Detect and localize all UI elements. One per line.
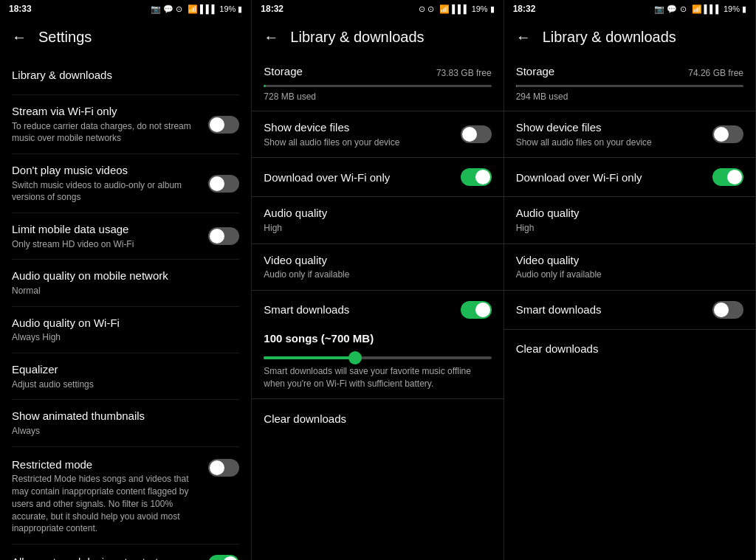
signal-icon-2: ▌▌▌ [452, 4, 469, 13]
toggle-music-videos[interactable] [208, 175, 239, 193]
page-title-3: Library & downloads [543, 29, 676, 46]
storage-free-2: 74.26 GB free [688, 68, 743, 78]
slider-thumb[interactable] [348, 351, 362, 364]
battery-2: 19% [472, 4, 488, 13]
library-list-2: Storage 74.26 GB free 294 MB used Show d… [504, 56, 755, 560]
storage-free-1: 73.83 GB free [436, 68, 492, 78]
toggle-download-wifi-2[interactable] [712, 168, 743, 186]
status-bar-1: 18:33 📷 💬 ⊙ 📶 ▌▌▌ 19%▮ [0, 0, 251, 18]
title-audio-quality-2: Audio quality [516, 206, 738, 221]
item-title-equalizer: Equalizer [12, 362, 233, 377]
status-icons-3: 📷 💬 ⊙ 📶 ▌▌▌ 19%▮ [654, 4, 746, 14]
clear-downloads-button-2[interactable]: Clear downloads [504, 330, 755, 368]
list-item-smart-downloads-1[interactable]: Smart downloads [252, 291, 503, 329]
settings-list: Library & downloads Stream via Wi-Fi onl… [0, 56, 251, 560]
item-sub-audio-wifi: Always High [12, 331, 233, 344]
title-smart-downloads-1: Smart downloads [264, 303, 454, 317]
title-download-wifi-2: Download over Wi-Fi only [516, 170, 707, 185]
panel-library-downloads-2: 18:32 📷 💬 ⊙ 📶 ▌▌▌ 19%▮ ← Library & downl… [504, 0, 756, 560]
toggle-limit-data[interactable] [208, 227, 239, 245]
list-item-audio-quality-2[interactable]: Audio quality High [504, 197, 755, 243]
status-time-1: 18:33 [9, 4, 32, 14]
title-download-wifi: Download over Wi-Fi only [264, 170, 454, 185]
toggle-smart-downloads-2[interactable] [712, 301, 743, 319]
list-item-smart-downloads-2[interactable]: Smart downloads [504, 291, 755, 329]
toggle-stream-wifi[interactable] [208, 116, 239, 134]
sidebar-item-audio-wifi[interactable]: Audio quality on Wi-Fi Always High [0, 307, 251, 353]
item-sub-thumbnails: Always [12, 425, 233, 438]
back-button-2[interactable]: ← [264, 29, 278, 46]
status-time-2: 18:32 [261, 4, 284, 14]
toggle-show-device-2[interactable] [712, 125, 743, 143]
list-item-audio-quality[interactable]: Audio quality High [252, 197, 503, 243]
library-list-1: Storage 73.83 GB free 728 MB used Show d… [252, 56, 503, 560]
storage-used-1: 728 MB used [264, 91, 316, 102]
list-item-show-device-2[interactable]: Show device files Show all audio files o… [504, 111, 755, 157]
toggle-smart-downloads-1[interactable] [461, 301, 492, 319]
item-title-library: Library & downloads [12, 68, 233, 83]
item-title-stream: Stream via Wi-Fi only [12, 104, 202, 119]
title-video-quality: Video quality [264, 253, 485, 268]
title-clear-downloads-2: Clear downloads [516, 342, 738, 356]
sidebar-item-library[interactable]: Library & downloads [0, 56, 251, 94]
storage-used-2: 294 MB used [516, 91, 568, 102]
notification-icons-3: 📷 💬 ⊙ [654, 4, 686, 14]
header-1: ← Settings [0, 18, 251, 56]
panel-library-downloads-1: 18:32 ⊙ ⊙ 📶 ▌▌▌ 19%▮ ← Library & downloa… [252, 0, 504, 560]
toggle-external[interactable] [208, 555, 239, 560]
status-bar-3: 18:32 📷 💬 ⊙ 📶 ▌▌▌ 19%▮ [504, 0, 755, 18]
sub-audio-quality-2: High [516, 222, 738, 235]
slider-fill [264, 356, 354, 359]
battery-1: 19% [219, 4, 236, 13]
title-show-device: Show device files [264, 120, 454, 135]
sidebar-item-restricted[interactable]: Restricted mode Restricted Mode hides so… [0, 447, 251, 544]
toggle-show-device[interactable] [461, 125, 492, 143]
item-title-thumbnails: Show animated thumbnails [12, 409, 233, 424]
wifi-icon-1: 📶 [188, 4, 198, 14]
back-button-3[interactable]: ← [516, 29, 531, 46]
sidebar-item-limit-data[interactable]: Limit mobile data usage Only stream HD v… [0, 213, 251, 259]
storage-bar-bg-2 [516, 85, 743, 87]
header-2: ← Library & downloads [252, 18, 503, 56]
sub-audio-quality: High [264, 222, 485, 235]
notification-icons-2: ⊙ ⊙ [419, 4, 434, 14]
header-3: ← Library & downloads [504, 18, 755, 56]
list-item-video-quality-2[interactable]: Video quality Audio only if available [504, 244, 755, 290]
list-item-video-quality[interactable]: Video quality Audio only if available [252, 244, 503, 290]
title-video-quality-2: Video quality [516, 253, 738, 268]
storage-bar-fill-2 [516, 85, 518, 87]
sidebar-item-audio-mobile[interactable]: Audio quality on mobile network Normal [0, 260, 251, 305]
list-item-download-wifi-2[interactable]: Download over Wi-Fi only [504, 158, 755, 196]
signal-icon-3: ▌▌▌ [704, 4, 721, 13]
status-icons-2: ⊙ ⊙ 📶 ▌▌▌ 19%▮ [419, 4, 494, 14]
sidebar-item-stream-wifi[interactable]: Stream via Wi-Fi only To reduce carrier … [0, 95, 251, 153]
storage-bar-bg-1 [264, 85, 491, 87]
panel-settings: 18:33 📷 💬 ⊙ 📶 ▌▌▌ 19%▮ ← Settings Librar… [0, 0, 252, 560]
slider-track[interactable] [264, 356, 491, 359]
item-sub-equalizer: Adjust audio settings [12, 378, 233, 391]
storage-section-2: Storage 74.26 GB free 294 MB used [504, 56, 755, 111]
title-audio-quality: Audio quality [264, 206, 485, 221]
title-show-device-2: Show device files [516, 120, 707, 135]
storage-section-1: Storage 73.83 GB free 728 MB used [252, 56, 503, 111]
back-button-1[interactable]: ← [12, 29, 27, 46]
toggle-download-wifi[interactable] [461, 168, 492, 186]
slider-label: 100 songs (~700 MB) [264, 332, 491, 345]
title-clear-downloads-1: Clear downloads [264, 412, 485, 426]
sidebar-item-thumbnails[interactable]: Show animated thumbnails Always [0, 400, 251, 446]
sidebar-item-music-videos[interactable]: Don't play music videos Switch music vid… [0, 154, 251, 212]
clear-downloads-button-1[interactable]: Clear downloads [252, 399, 503, 438]
item-sub-restricted: Restricted Mode hides songs and videos t… [12, 473, 202, 535]
sidebar-item-equalizer[interactable]: Equalizer Adjust audio settings [0, 353, 251, 399]
status-icons-1: 📷 💬 ⊙ 📶 ▌▌▌ 19%▮ [151, 4, 243, 14]
list-item-show-device[interactable]: Show device files Show all audio files o… [252, 111, 503, 157]
toggle-restricted[interactable] [208, 459, 239, 477]
sidebar-item-external[interactable]: Allow external devices to start playback… [0, 545, 251, 560]
item-sub-stream: To reduce carrier data charges, do not s… [12, 120, 202, 145]
storage-bar-fill-1 [264, 85, 266, 87]
status-bar-2: 18:32 ⊙ ⊙ 📶 ▌▌▌ 19%▮ [252, 0, 503, 18]
storage-label-2: Storage [516, 65, 555, 77]
list-item-download-wifi[interactable]: Download over Wi-Fi only [252, 158, 503, 196]
title-smart-downloads-2: Smart downloads [516, 303, 707, 317]
item-sub-videos: Switch music videos to audio-only or alb… [12, 179, 202, 204]
